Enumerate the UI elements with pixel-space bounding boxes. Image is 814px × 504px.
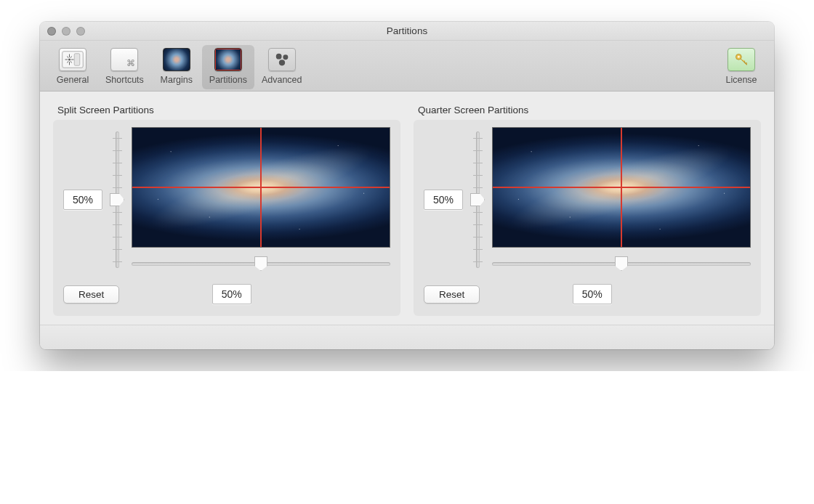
split-title: Split Screen Partitions	[57, 105, 400, 115]
quarter-title: Quarter Screen Partitions	[418, 105, 761, 115]
quarter-preview	[492, 127, 751, 248]
tab-label: Margins	[161, 75, 193, 85]
tab-label: License	[725, 75, 757, 85]
split-vertical-slider[interactable]	[108, 127, 126, 272]
toolbar: General ⌘ Shortcuts Margins Partitions	[40, 41, 774, 92]
quarter-horizontal-value[interactable]: 50%	[573, 284, 612, 304]
license-icon	[728, 48, 755, 71]
svg-point-3	[275, 54, 281, 60]
tab-label: General	[57, 75, 89, 85]
split-vertical-value[interactable]: 50%	[63, 190, 102, 210]
traffic-lights	[47, 27, 85, 36]
zoom-button[interactable]	[76, 27, 85, 36]
tab-shortcuts[interactable]: ⌘ Shortcuts	[98, 45, 151, 89]
quarter-divider-v	[621, 128, 622, 247]
slider-thumb[interactable]	[470, 193, 485, 206]
advanced-icon	[268, 48, 296, 71]
tab-margins[interactable]: Margins	[151, 45, 202, 89]
margins-icon	[163, 48, 190, 71]
quarter-reset-button[interactable]: Reset	[424, 285, 480, 304]
split-horizontal-slider[interactable]	[132, 255, 390, 272]
minimize-button[interactable]	[62, 27, 70, 36]
tab-general[interactable]: General	[47, 45, 98, 89]
general-icon	[59, 48, 86, 71]
svg-rect-1	[74, 54, 80, 66]
tab-label: Partitions	[209, 75, 247, 85]
tab-partitions[interactable]: Partitions	[202, 45, 254, 89]
shortcuts-icon: ⌘	[110, 48, 138, 71]
svg-point-5	[279, 60, 285, 65]
tab-advanced[interactable]: Advanced	[254, 45, 310, 89]
quarter-horizontal-slider[interactable]	[492, 255, 751, 272]
content: Split Screen Partitions 50%	[40, 92, 774, 325]
window-footer	[40, 325, 774, 349]
quarter-vertical-value[interactable]: 50%	[424, 190, 463, 210]
partitions-icon	[214, 48, 242, 71]
quarter-panel: Quarter Screen Partitions 50%	[414, 105, 761, 316]
slider-thumb[interactable]	[615, 256, 628, 271]
tab-label: Advanced	[262, 75, 302, 85]
split-divider-v	[260, 128, 262, 247]
titlebar: Partitions	[40, 22, 774, 41]
svg-point-2	[68, 59, 70, 61]
split-horizontal-value[interactable]: 50%	[212, 284, 251, 304]
slider-thumb[interactable]	[254, 256, 267, 271]
split-reset-button[interactable]: Reset	[63, 285, 119, 304]
close-button[interactable]	[47, 27, 56, 36]
window-title: Partitions	[40, 25, 774, 36]
svg-point-4	[283, 54, 288, 60]
split-preview	[132, 127, 390, 248]
split-panel: Split Screen Partitions 50%	[53, 105, 400, 316]
quarter-vertical-slider[interactable]	[469, 127, 486, 272]
tab-label: Shortcuts	[105, 75, 144, 85]
tab-license[interactable]: License	[716, 45, 767, 89]
preferences-window: Partitions General ⌘ Shortcuts Margins	[40, 22, 774, 349]
slider-thumb[interactable]	[110, 193, 124, 206]
svg-point-7	[738, 56, 740, 58]
